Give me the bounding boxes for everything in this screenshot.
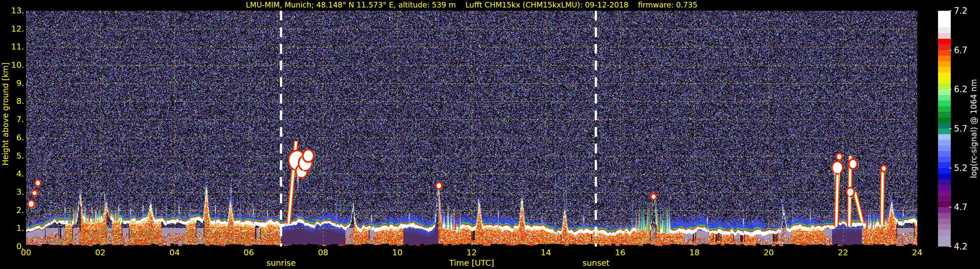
- y-tick-label: 13.: [0, 6, 24, 16]
- x-tick-label: 12: [455, 248, 488, 257]
- colorbar-tick: [949, 128, 951, 129]
- x-tick-label: 14: [530, 248, 562, 257]
- colorbar-tick: [949, 168, 951, 168]
- heatmap-canvas: [26, 11, 917, 247]
- colorbar-tick: [949, 89, 951, 90]
- colorbar-tick: [949, 50, 951, 50]
- y-tick-label: 2.: [0, 205, 24, 215]
- colorbar-tick-label: 4.2: [954, 242, 977, 251]
- y-tick-label: 7.: [0, 115, 24, 125]
- y-tick-label: 10.: [0, 60, 24, 70]
- y-tick-label: 8.: [0, 96, 24, 106]
- x-tick-label: 16: [604, 248, 636, 257]
- colorbar-tick-label: 7.2: [954, 6, 977, 16]
- colorbar-tick-label: 6.7: [954, 45, 977, 55]
- y-tick-label: 6.: [0, 133, 24, 143]
- colorbar-tick: [949, 10, 951, 11]
- colorbar-tick-label: 4.7: [954, 202, 977, 212]
- x-tick-label: 00: [10, 248, 42, 257]
- colorbar-label: log(rc-signal) @ 1064 nm: [969, 79, 978, 178]
- y-tick-label: 3.: [0, 187, 24, 197]
- y-tick-label: 12.: [0, 24, 24, 34]
- sunrise-annotation: sunrise: [266, 258, 296, 268]
- colorbar-tick: [949, 207, 951, 207]
- plot-title: LMU-MIM, Munich; 48.148° N 11.573° E, al…: [26, 1, 917, 9]
- y-tick-label: 5.: [0, 151, 24, 161]
- x-tick-label: 06: [232, 248, 265, 257]
- y-tick-label: 1.: [0, 223, 24, 233]
- y-tick-label: 11.: [0, 42, 24, 52]
- ceilometer-plot: [26, 11, 917, 247]
- x-tick-label: 20: [752, 248, 785, 257]
- x-tick-label: 24: [901, 248, 934, 257]
- x-tick-label: 08: [307, 248, 339, 257]
- colorbar: [938, 11, 951, 247]
- y-tick-label: 9.: [0, 78, 24, 88]
- x-tick-label: 18: [678, 248, 711, 257]
- y-axis-label: Height above ground [km]: [1, 62, 10, 166]
- x-axis-label: Time [UTC]: [449, 258, 494, 268]
- y-tick-label: 4.: [0, 169, 24, 179]
- x-tick-label: 02: [84, 248, 116, 257]
- x-tick-label: 22: [827, 248, 859, 257]
- sunset-annotation: sunset: [582, 258, 609, 268]
- x-tick-label: 04: [158, 248, 191, 257]
- x-tick-label: 10: [381, 248, 414, 257]
- colorbar-tick: [949, 246, 951, 247]
